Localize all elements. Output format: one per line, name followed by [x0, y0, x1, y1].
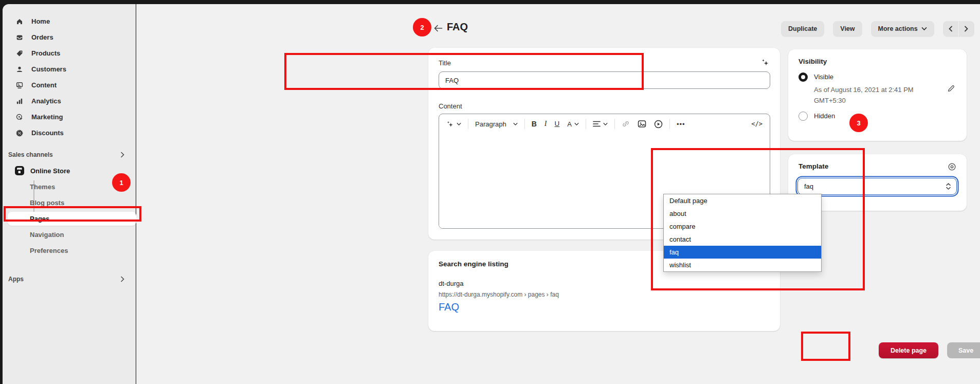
paragraph-style-button[interactable]: Paragraph: [474, 120, 519, 129]
toolbar-divider: [524, 119, 525, 129]
template-option-about[interactable]: about: [664, 207, 821, 220]
sidebar-item-preferences[interactable]: Preferences: [3, 243, 135, 258]
apps-label: Apps: [8, 276, 24, 283]
duplicate-button[interactable]: Duplicate: [781, 21, 824, 36]
sidebar-item-blog-posts[interactable]: Blog posts: [3, 195, 135, 210]
edit-visibility-date-button[interactable]: [947, 84, 955, 93]
magic-sparkle-button[interactable]: [761, 58, 770, 67]
chevron-down-icon: [603, 122, 608, 126]
link-button[interactable]: [621, 119, 631, 129]
visible-label: Visible: [814, 73, 833, 81]
sidebar-item-discounts[interactable]: Discounts: [3, 125, 135, 141]
updown-chevrons-icon: [946, 182, 951, 190]
visible-since-line1: As of August 16, 2021 at 2:41 PM: [814, 84, 914, 95]
sidebar-item-navigation[interactable]: Navigation: [3, 227, 135, 242]
sidebar-section-sales-channels[interactable]: Sales channels: [3, 149, 135, 161]
content-icon: [15, 81, 24, 89]
insert-image-button[interactable]: [637, 119, 647, 129]
sidebar-item-customers[interactable]: Customers: [3, 61, 135, 77]
title-input[interactable]: [439, 71, 770, 89]
sidebar-item-home[interactable]: Home: [3, 13, 135, 29]
sidebar-item-label: Content: [31, 81, 57, 89]
template-option-contact[interactable]: contact: [664, 233, 821, 246]
main-content: FAQ Duplicate View More actions Title Co…: [136, 4, 980, 384]
underline-button[interactable]: U: [554, 119, 561, 129]
more-actions-button[interactable]: More actions: [871, 21, 934, 36]
chevron-down-icon: [921, 27, 927, 31]
sidebar-item-online-store[interactable]: Online Store: [3, 162, 135, 179]
seo-url: https://dt-durga.myshopify.com › pages ›…: [439, 291, 559, 298]
template-option-wishlist[interactable]: wishlist: [664, 259, 821, 271]
back-button[interactable]: [432, 23, 444, 34]
sidebar-item-label: Preferences: [30, 247, 68, 254]
preview-template-button[interactable]: [948, 162, 956, 171]
seo-site-name: dt-durga: [439, 280, 463, 287]
visibility-card: Visibility Visible As of August 16, 2021…: [788, 49, 967, 141]
text-color-button[interactable]: A: [566, 120, 580, 129]
insert-video-button[interactable]: [653, 119, 664, 130]
template-option-faq[interactable]: faq: [664, 246, 821, 259]
sidebar-item-pages[interactable]: Pages: [3, 211, 135, 226]
sidebar-item-label: Products: [31, 49, 60, 57]
seo-page-link[interactable]: FAQ: [439, 301, 459, 313]
page-title: FAQ: [447, 21, 468, 33]
chevron-down-icon: [574, 122, 579, 126]
content-field-label: Content: [439, 102, 462, 110]
sparkle-icon: [761, 58, 770, 67]
template-option-compare[interactable]: compare: [664, 220, 821, 233]
sidebar-section-apps[interactable]: Apps: [3, 272, 135, 286]
italic-button[interactable]: I: [543, 119, 548, 129]
online-store-icon: [14, 165, 25, 176]
hidden-label: Hidden: [814, 112, 835, 120]
title-field-label: Title: [439, 59, 451, 67]
previous-page-button[interactable]: [943, 21, 958, 36]
sidebar-item-label: Marketing: [31, 113, 63, 121]
sidebar-item-label: Home: [31, 17, 50, 25]
editor-toolbar: Paragraph B I U A: [439, 114, 770, 134]
orders-icon: [15, 33, 24, 42]
video-play-icon: [654, 120, 663, 129]
sidebar: Home Orders Products Customers Content A…: [3, 4, 136, 384]
more-formatting-button[interactable]: •••: [676, 120, 686, 129]
show-html-button[interactable]: </>: [750, 120, 764, 128]
visible-radio[interactable]: [798, 72, 808, 82]
sales-channels-label: Sales channels: [8, 151, 53, 158]
sidebar-item-content[interactable]: Content: [3, 77, 135, 93]
sidebar-item-orders[interactable]: Orders: [3, 29, 135, 45]
sidebar-item-products[interactable]: Products: [3, 45, 135, 61]
sidebar-item-analytics[interactable]: Analytics: [3, 93, 135, 109]
sidebar-item-label: Orders: [31, 33, 53, 41]
header-actions: Duplicate View More actions: [781, 21, 974, 36]
delete-page-button[interactable]: Delete page: [879, 342, 938, 358]
sidebar-item-label: Blog posts: [30, 199, 64, 207]
template-option-default-page[interactable]: Default page: [664, 194, 821, 207]
save-button[interactable]: Save: [947, 342, 980, 358]
view-label: View: [840, 25, 855, 32]
toolbar-divider: [468, 119, 468, 129]
sidebar-item-label: Themes: [30, 183, 55, 191]
chevron-down-icon: [457, 122, 461, 126]
template-dropdown: Default page about compare contact faq w…: [663, 194, 822, 272]
hidden-radio[interactable]: [798, 112, 808, 121]
sidebar-item-label: Pages: [30, 215, 49, 223]
chevron-right-icon: [964, 26, 969, 32]
sidebar-item-label: Analytics: [31, 97, 61, 105]
visibility-header: Visibility: [798, 58, 827, 65]
marketing-icon: [15, 113, 24, 121]
template-select[interactable]: faq: [797, 178, 957, 195]
view-button[interactable]: View: [833, 21, 862, 36]
sidebar-item-marketing[interactable]: Marketing: [3, 109, 135, 125]
bold-button[interactable]: B: [531, 119, 538, 129]
next-page-button[interactable]: [959, 21, 974, 36]
chevron-left-icon: [948, 26, 953, 32]
online-store-label: Online Store: [30, 167, 70, 175]
sidebar-item-label: Discounts: [31, 129, 64, 137]
alignment-button[interactable]: [592, 120, 609, 128]
visible-since-line2: GMT+5:30: [814, 95, 846, 106]
view-eye-icon: [948, 162, 956, 171]
sidebar-item-label: Customers: [31, 65, 66, 73]
sparkle-icon: [446, 120, 454, 128]
sidebar-item-themes[interactable]: Themes: [3, 179, 135, 194]
pencil-icon: [947, 84, 955, 93]
magic-text-button[interactable]: [445, 119, 462, 129]
